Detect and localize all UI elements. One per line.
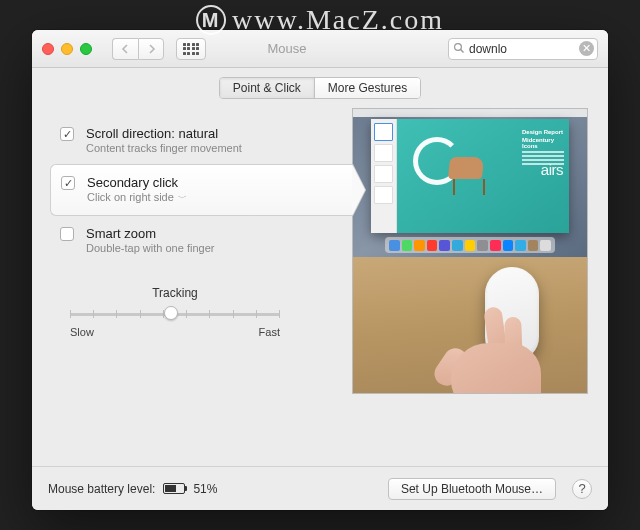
options-list: Scroll direction: natural Content tracks… (50, 108, 352, 460)
checkbox-secondary-click[interactable] (61, 176, 75, 190)
option-label: Smart zoom (86, 226, 342, 241)
option-label: Secondary click (87, 175, 342, 190)
preview-menubar (353, 109, 587, 117)
tab-point-click[interactable]: Point & Click (220, 78, 315, 98)
preview-desk (353, 257, 587, 393)
option-smart-zoom[interactable]: Smart zoom Double-tap with one finger (50, 216, 352, 264)
traffic-lights (42, 43, 92, 55)
clear-search-icon[interactable]: ✕ (579, 41, 594, 56)
tracking-label: Tracking (70, 286, 280, 300)
option-secondary-click[interactable]: Secondary click Click on right side﹀ (50, 164, 352, 216)
search-input[interactable] (448, 38, 598, 60)
zoom-icon[interactable] (80, 43, 92, 55)
svg-point-0 (455, 43, 462, 50)
option-scroll-direction[interactable]: Scroll direction: natural Content tracks… (50, 116, 352, 164)
option-description: Double-tap with one finger (86, 242, 342, 254)
option-description: Content tracks finger movement (86, 142, 342, 154)
slider-max-label: Fast (259, 326, 280, 338)
slider-knob[interactable] (164, 306, 178, 320)
help-button[interactable]: ? (572, 479, 592, 499)
preview-thumbnails (371, 119, 397, 233)
slider-labels: Slow Fast (70, 326, 280, 338)
tab-segmented-control: Point & Click More Gestures (219, 77, 421, 99)
preview-slide: Design Report Midcentury Icons airs (397, 119, 569, 233)
preview-dock (385, 237, 555, 253)
battery-percentage: 51% (193, 482, 217, 496)
search-box: ✕ (448, 38, 598, 60)
tab-bar: Point & Click More Gestures (32, 68, 608, 108)
content-area: Scroll direction: natural Content tracks… (32, 108, 608, 466)
tab-more-gestures[interactable]: More Gestures (315, 78, 420, 98)
setup-bluetooth-button[interactable]: Set Up Bluetooth Mouse… (388, 478, 556, 500)
preview-app-window: Design Report Midcentury Icons airs (371, 119, 569, 233)
preview-hand (433, 313, 553, 394)
option-description-text: Click on right side (87, 191, 174, 203)
footer: Mouse battery level: 51% Set Up Bluetoot… (32, 466, 608, 510)
preferences-window: Mouse ✕ Point & Click More Gestures Scro… (32, 30, 608, 510)
search-icon (453, 42, 465, 57)
chevron-left-icon (121, 44, 130, 54)
option-description[interactable]: Click on right side﹀ (87, 191, 342, 205)
preview-slide-word: airs (541, 161, 563, 178)
hand-palm (451, 343, 541, 394)
battery-icon (163, 483, 185, 494)
chevron-down-icon: ﹀ (178, 192, 187, 205)
battery-label: Mouse battery level: (48, 482, 155, 496)
battery-fill (165, 485, 175, 492)
tracking-slider[interactable] (70, 304, 280, 324)
tracking-slider-block: Tracking Slow Fast (70, 286, 280, 338)
gesture-preview: Design Report Midcentury Icons airs (352, 108, 588, 394)
slider-min-label: Slow (70, 326, 94, 338)
svg-line-1 (461, 49, 464, 52)
preview-chair-image (445, 151, 491, 195)
window-title: Mouse (134, 41, 440, 56)
preview-desktop: Design Report Midcentury Icons airs (353, 109, 587, 257)
checkbox-scroll-direction[interactable] (60, 127, 74, 141)
option-label: Scroll direction: natural (86, 126, 342, 141)
close-icon[interactable] (42, 43, 54, 55)
preview-slide-subtitle: Midcentury Icons (522, 137, 564, 149)
checkbox-smart-zoom[interactable] (60, 227, 74, 241)
preview-slide-title: Design Report (522, 129, 564, 135)
minimize-icon[interactable] (61, 43, 73, 55)
titlebar: Mouse ✕ (32, 30, 608, 68)
